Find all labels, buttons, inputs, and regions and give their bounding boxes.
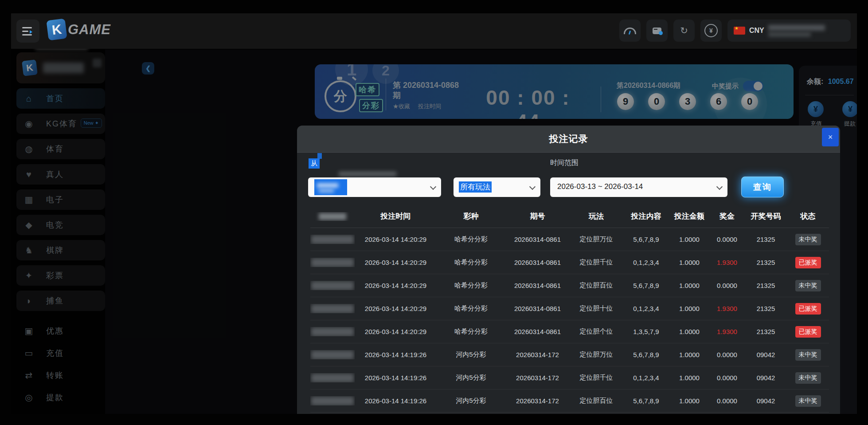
prize-cell: 1.9300 — [709, 259, 745, 266]
account-currency-chip[interactable]: CNY — [727, 20, 851, 42]
bet-content-cell: 1,3,5,7,9 — [623, 328, 669, 335]
redacted-account-cell — [310, 281, 355, 290]
redacted-account-cell — [310, 350, 355, 359]
bet-amount-cell: 1.0000 — [669, 351, 709, 358]
bet-content-cell: 0,1,2,3,4 — [623, 259, 669, 266]
play-type-select[interactable]: 所有玩法 — [454, 177, 540, 197]
table-row: 2026-03-14 14:20:29哈希分分彩20260314-0861定位胆… — [310, 297, 829, 320]
play-type-cell: 定位胆百位 — [570, 397, 623, 405]
logo-text: GAME — [68, 22, 111, 38]
prize-cell: 0.0000 — [709, 236, 745, 243]
period-cell: 20260314-0861 — [505, 236, 570, 243]
period-cell: 20260314-0861 — [505, 282, 570, 289]
draw-number-cell: 21325 — [745, 282, 787, 289]
status-badge-lose: 未中奖 — [795, 372, 821, 384]
bet-content-cell: 0,1,2,3,4 — [623, 374, 669, 382]
brand-logo[interactable]: K GAME — [47, 20, 111, 39]
bet-amount-cell: 1.0000 — [669, 397, 709, 405]
chevron-down-icon — [430, 184, 436, 190]
redacted-text — [311, 304, 354, 313]
draw-number-cell: 21325 — [745, 328, 787, 335]
redacted-account-cell — [310, 373, 355, 382]
redacted-column-header — [310, 212, 355, 221]
column-header: 投注金额 — [669, 211, 709, 221]
play-type-cell: 定位胆十位 — [570, 304, 623, 313]
bet-amount-cell: 1.0000 — [669, 328, 709, 335]
column-header: 玩法 — [570, 211, 623, 221]
bet-content-cell: 0,1,2,3,4 — [623, 305, 669, 312]
bet-amount-cell: 1.0000 — [669, 305, 709, 312]
bet-content-cell: 5,6,7,8,9 — [623, 397, 669, 405]
lottery-cell: 哈希分分彩 — [437, 258, 505, 267]
prize-cell: 0.0000 — [709, 282, 745, 289]
table-body: 2026-03-14 14:20:29哈希分分彩20260314-0861定位胆… — [310, 228, 829, 413]
bet-time-cell: 2026-03-14 14:19:26 — [355, 397, 437, 405]
bet-records-modal: 投注记录 × 从 时间范围 所有玩法 2026-03-13 ~ 2026-03-… — [297, 126, 840, 414]
status-badge-lose: 未中奖 — [795, 234, 821, 245]
period-cell: 20260314-172 — [505, 374, 570, 382]
prize-cell: 0.0000 — [709, 351, 745, 358]
play-type-cell: 定位胆千位 — [570, 374, 623, 382]
column-header: 期号 — [505, 211, 570, 221]
time-range-label: 时间范围 — [550, 158, 579, 168]
bet-time-cell: 2026-03-14 14:20:29 — [355, 305, 437, 312]
draw-number-cell: 21325 — [745, 305, 787, 312]
app-screen: K GAME ↻ ¥ CNY K ⌂首页◉KG体育New ✦◍体育♥真人▦电子◆… — [0, 0, 868, 425]
hamburger-icon — [22, 27, 32, 28]
cn-flag-icon — [734, 27, 745, 35]
wallet-icon — [653, 28, 661, 34]
menu-toggle-button[interactable] — [16, 20, 39, 43]
status-badge-paid: 已派奖 — [795, 326, 821, 338]
bet-records-table: 投注时间彩种期号玩法投注内容投注金额奖金开奖号码状态 2026-03-14 14… — [310, 205, 829, 413]
redacted-account-cell — [310, 235, 355, 244]
date-range-value: 2026-03-13 ~ 2026-03-14 — [557, 182, 643, 191]
currency-exchange-button[interactable]: ¥ — [700, 20, 722, 42]
bet-amount-cell: 1.0000 — [669, 236, 709, 243]
period-cell: 20260314-0861 — [505, 259, 570, 266]
close-icon[interactable]: × — [822, 128, 839, 146]
status-badge: 未中奖 — [787, 280, 829, 291]
prize-cell: 1.9300 — [709, 305, 745, 312]
column-header: 投注时间 — [355, 211, 437, 221]
bet-amount-cell: 1.0000 — [669, 374, 709, 382]
bet-amount-cell: 1.0000 — [669, 259, 709, 266]
draw-number-cell: 21325 — [745, 259, 787, 266]
currency-exchange-icon: ¥ — [704, 24, 718, 37]
lottery-cell: 河内5分彩 — [437, 350, 505, 359]
refresh-icon: ↻ — [680, 25, 688, 36]
account-select[interactable] — [308, 177, 441, 197]
status-badge-paid: 已派奖 — [795, 303, 821, 315]
lottery-cell: 河内5分彩 — [437, 397, 505, 405]
collapse-arrow-icon — [30, 30, 32, 34]
play-type-cell: 定位胆个位 — [570, 327, 623, 336]
speed-gauge-icon — [624, 28, 636, 34]
period-cell: 20260314-0861 — [505, 328, 570, 335]
redacted-text — [311, 258, 354, 267]
draw-number-cell: 09042 — [745, 397, 787, 405]
play-type-cell: 定位胆百位 — [570, 281, 623, 290]
modal-header: 投注记录 × — [297, 126, 840, 153]
column-header: 投注内容 — [623, 211, 669, 221]
column-header: 彩种 — [437, 211, 505, 221]
status-badge: 未中奖 — [787, 234, 829, 245]
table-row: 2026-03-14 14:20:29哈希分分彩20260314-0861定位胆… — [310, 251, 829, 274]
bet-time-cell: 2026-03-14 14:20:29 — [355, 259, 437, 266]
redacted-account-cell — [310, 396, 355, 405]
status-badge: 已派奖 — [787, 303, 829, 315]
table-row: 2026-03-14 14:19:26河内5分彩20260314-172定位胆千… — [310, 366, 829, 390]
status-badge-lose: 未中奖 — [795, 280, 821, 291]
date-range-select[interactable]: 2026-03-13 ~ 2026-03-14 — [550, 177, 727, 197]
bet-time-cell: 2026-03-14 14:19:26 — [355, 374, 437, 382]
refresh-button[interactable]: ↻ — [673, 20, 695, 42]
bet-content-cell: 5,6,7,8,9 — [623, 282, 669, 289]
status-badge-lose: 未中奖 — [795, 349, 821, 361]
play-type-cell: 定位胆万位 — [570, 235, 623, 244]
header-actions: ↻ ¥ CNY — [619, 20, 851, 42]
redacted-text — [311, 374, 354, 382]
speed-gauge-button[interactable] — [619, 20, 641, 42]
table-row: 2026-03-14 14:20:29哈希分分彩20260314-0861定位胆… — [310, 320, 829, 343]
table-header-row: 投注时间彩种期号玩法投注内容投注金额奖金开奖号码状态 — [310, 205, 829, 228]
query-button[interactable]: 查询 — [741, 177, 784, 197]
play-type-cell: 定位胆万位 — [570, 350, 623, 359]
wallet-button[interactable] — [646, 20, 668, 42]
